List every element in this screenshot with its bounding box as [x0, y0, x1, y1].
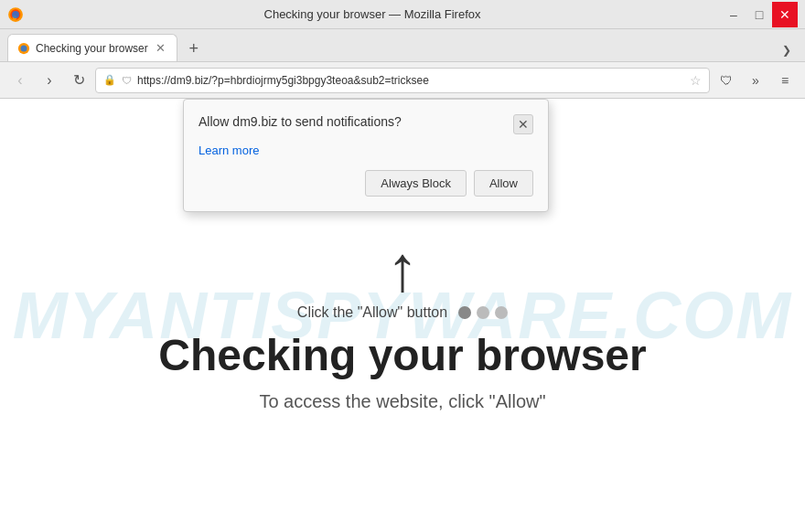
dialog-buttons: Always Block Allow — [199, 170, 533, 197]
tab-close-button[interactable]: ✕ — [154, 39, 167, 57]
learn-more-link[interactable]: Learn more — [199, 144, 533, 157]
always-block-button[interactable]: Always Block — [365, 170, 467, 197]
arrow-up-icon: ↑ — [387, 237, 419, 301]
tab-favicon-icon — [17, 42, 30, 55]
svg-point-3 — [21, 45, 27, 51]
new-tab-button[interactable]: + — [181, 36, 207, 61]
toolbar-right: 🛡 » ≡ — [714, 68, 798, 93]
dialog-header: Allow dm9.biz to send notifications? ✕ — [199, 114, 533, 134]
title-bar-controls: – □ ✕ — [721, 2, 798, 27]
allow-button[interactable]: Allow — [474, 170, 533, 197]
dialog-title: Allow dm9.biz to send notifications? — [199, 114, 513, 129]
tracking-protection-icon: 🛡 — [122, 75, 132, 86]
dialog-close-button[interactable]: ✕ — [513, 114, 533, 134]
security-icon: 🔒 — [103, 74, 116, 86]
loading-dots — [458, 306, 508, 319]
main-heading: Checking your browser — [158, 330, 646, 380]
svg-point-1 — [12, 11, 19, 18]
minimize-button[interactable]: – — [721, 2, 746, 27]
browser-tab[interactable]: Checking your browser ✕ — [7, 34, 177, 61]
dot-3 — [495, 306, 508, 319]
dot-1 — [458, 306, 471, 319]
firefox-account-icon[interactable]: 🛡 — [714, 68, 739, 93]
sub-text: To access the website, click "Allow" — [259, 391, 545, 412]
url-text: https://dm9.biz/?p=hbrdiojrmy5gi3bpgy3te… — [137, 74, 684, 87]
extensions-button[interactable]: » — [743, 68, 768, 93]
browser-window: Checking your browser — Mozilla Firefox … — [0, 0, 805, 532]
notification-dialog: Allow dm9.biz to send notifications? ✕ L… — [183, 99, 549, 212]
maximize-button[interactable]: □ — [746, 2, 772, 27]
back-button[interactable]: ‹ — [7, 68, 33, 93]
firefox-icon — [7, 6, 24, 23]
close-button[interactable]: ✕ — [772, 2, 798, 27]
address-bar-input[interactable]: 🔒 🛡 https://dm9.biz/?p=hbrdiojrmy5gi3bpg… — [95, 68, 710, 93]
tab-title: Checking your browser — [36, 42, 148, 55]
dot-2 — [477, 306, 489, 319]
tab-bar: Checking your browser ✕ + ❯ — [0, 29, 805, 62]
title-bar: Checking your browser — Mozilla Firefox … — [0, 0, 805, 29]
tab-overflow-button[interactable]: ❯ — [776, 39, 798, 61]
menu-button[interactable]: ≡ — [772, 68, 798, 93]
window-title: Checking your browser — Mozilla Firefox — [24, 7, 721, 21]
click-allow-instruction: Click the "Allow" button — [297, 304, 508, 321]
bookmark-icon[interactable]: ☆ — [690, 73, 702, 88]
address-bar: ‹ › ↻ 🔒 🛡 https://dm9.biz/?p=hbrdiojrmy5… — [0, 62, 805, 99]
tab-bar-right: ❯ — [776, 39, 798, 61]
reload-button[interactable]: ↻ — [66, 68, 91, 93]
content-area: MYANTISPYWARE.COM ↑ Click the "Allow" bu… — [0, 99, 805, 532]
title-bar-left — [7, 6, 24, 23]
forward-button[interactable]: › — [37, 68, 62, 93]
